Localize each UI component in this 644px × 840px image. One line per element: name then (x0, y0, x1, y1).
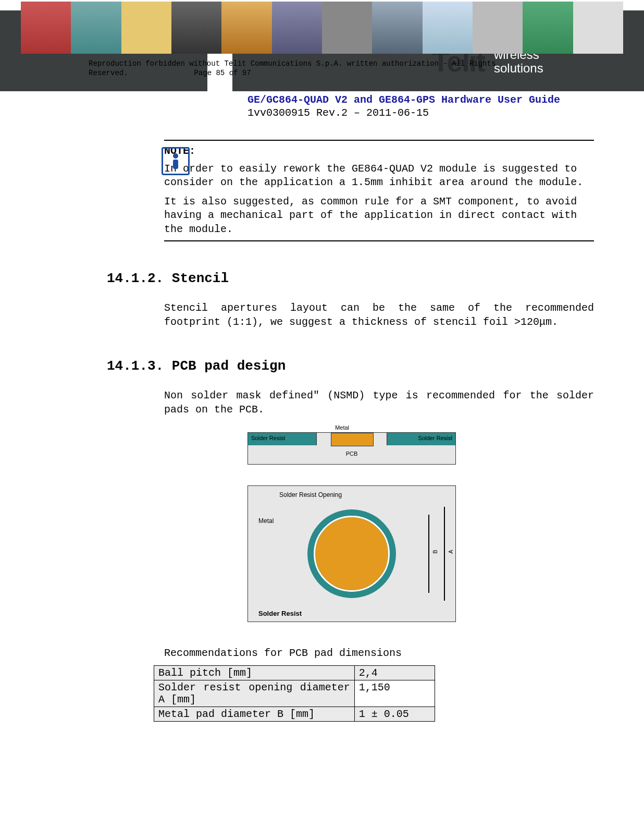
heading-stencil: 14.1.2. Stencil (107, 271, 594, 286)
table-row: Ball pitch [mm] 2,4 (154, 665, 435, 680)
note-box: NOTE: In order to easily rework the GE86… (164, 140, 594, 241)
footer-text: Reproduction forbidden without Telit Com… (89, 59, 496, 78)
stencil-body: Stencil apertures layout can be the same… (164, 301, 594, 329)
nsmd-diagram: Solder Resist Metal Solder Resist PCB So… (247, 432, 456, 636)
label-sr-opening: Solder Resist Opening (279, 491, 342, 498)
heading-pcb-pad: 14.1.3. PCB pad design (107, 358, 594, 374)
table-row: Metal pad diameter B [mm] 1 ± 0.05 (154, 707, 435, 721)
footer-page-number: Page 85 of 97 (194, 69, 251, 77)
dimension-line-a (444, 507, 445, 601)
note-paragraph-1: In order to easily rework the GE864-QUAD… (164, 162, 594, 190)
label-dim-a: A (447, 550, 453, 553)
table-cell-key: Ball pitch [mm] (154, 665, 355, 680)
diagram-top-view: Solder Resist Opening Metal Solder Resis… (247, 485, 456, 622)
recommendations-caption: Recommendations for PCB pad dimensions (164, 646, 594, 660)
label-solder-resist-left: Solder Resist (251, 435, 285, 441)
label-solder-resist-right: Solder Resist (418, 435, 452, 441)
pcb-body: Non solder mask defined" (NSMD) type is … (164, 388, 594, 417)
table-cell-key: Metal pad diameter B [mm] (154, 707, 355, 721)
brand-tagline-line2: solutions (494, 61, 543, 75)
table-cell-value: 1 ± 0.05 (354, 707, 435, 721)
dimension-line-b (428, 515, 429, 593)
rule-bottom (164, 240, 594, 241)
footer-image-band (21, 2, 623, 54)
note-paragraph-2: It is also suggested, as common rule for… (164, 195, 594, 236)
footer-line1: Reproduction forbidden without Telit Com… (89, 59, 496, 68)
metal-pad-disc (315, 517, 388, 590)
table-cell-key: Solder resist opening diameter A [mm] (154, 680, 355, 707)
label-dim-b: B (431, 550, 438, 553)
note-heading: NOTE: (164, 145, 594, 157)
page-content: NOTE: In order to easily rework the GE86… (109, 136, 594, 722)
table-cell-value: 2,4 (354, 665, 435, 680)
label-pcb: PCB (346, 451, 358, 457)
table-cell-value: 1,150 (354, 680, 435, 707)
label-metal: Metal (335, 424, 349, 431)
footer-reserved: Reserved. (89, 69, 128, 77)
rule-top (164, 140, 594, 141)
pcb-dimensions-table: Ball pitch [mm] 2,4 Solder resist openin… (154, 665, 435, 722)
info-icon (162, 147, 190, 175)
doc-title: GE/GC864-QUAD V2 and GE864-GPS Hardware … (247, 94, 623, 106)
label-metal-2: Metal (258, 517, 274, 525)
doc-title-block: GE/GC864-QUAD V2 and GE864-GPS Hardware … (247, 94, 623, 119)
table-row: Solder resist opening diameter A [mm] 1,… (154, 680, 435, 707)
diagram-cross-section: Solder Resist Metal Solder Resist PCB (247, 432, 456, 465)
doc-revision: 1vv0300915 Rev.2 – 2011-06-15 (247, 107, 623, 119)
label-solder-resist-bottom: Solder Resist (258, 610, 302, 617)
metal-pad-cross (331, 433, 374, 446)
